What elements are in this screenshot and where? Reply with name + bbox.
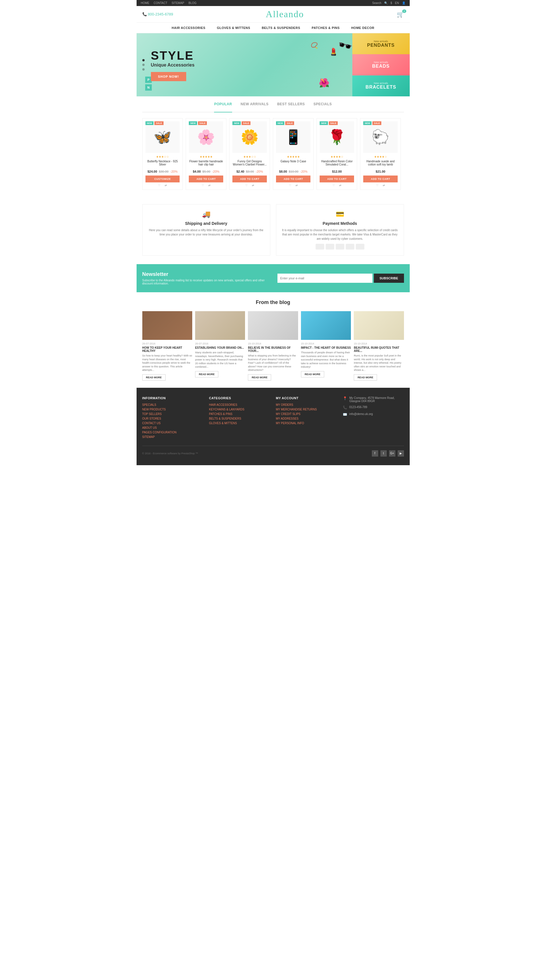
- top-nav-home[interactable]: HOME: [141, 2, 150, 5]
- footer-account-link-2[interactable]: MY CREDIT SLIPS: [276, 412, 337, 415]
- site-logo[interactable]: Alleando: [266, 9, 304, 19]
- footer-account-link-3[interactable]: MY ADDRESSES: [276, 417, 337, 420]
- tab-best-sellers[interactable]: BEST SELLERS: [277, 102, 305, 109]
- footer-info-link-2[interactable]: TOP SELLERS: [142, 412, 204, 415]
- main-navigation: HAIR ACCESSORIES GLOVES & MITTENS BELTS …: [137, 23, 410, 33]
- product-card-1: NEWSALE 🌸 ★★★★★ Flower barrette handmade…: [186, 118, 226, 190]
- wishlist-icon-3[interactable]: ♡: [289, 184, 291, 187]
- hero-panel-bracelets[interactable]: New arrivals BRACELETS: [352, 75, 410, 96]
- footer-info-link-4[interactable]: CONTACT US: [142, 422, 204, 425]
- product-button-4[interactable]: ADD TO CART: [320, 175, 354, 182]
- tab-popular[interactable]: POPULAR: [214, 102, 232, 113]
- product-stars-1: ★★★★★: [189, 155, 223, 158]
- nav-patches-pins[interactable]: PATCHES & PINS: [312, 26, 340, 30]
- currency-selector[interactable]: $: [390, 2, 392, 5]
- shop-now-button[interactable]: SHOP NOW!: [151, 72, 186, 81]
- read-more-button-1[interactable]: READ MORE: [195, 371, 218, 377]
- product-card-2: NEWSALE 🌼 ★★★☆☆ Funny Girl Designs Women…: [229, 118, 270, 190]
- wishlist-icon-5[interactable]: ♡: [376, 184, 379, 187]
- product-price-3: $8.00 $10.00 -20%: [276, 170, 310, 173]
- product-button-5[interactable]: ADD TO CART: [363, 175, 398, 182]
- social-facebook[interactable]: f: [372, 450, 378, 457]
- tab-specials[interactable]: SPECIALS: [314, 102, 332, 109]
- blog-text-0: So how to keep your heart healthy? With …: [142, 354, 192, 372]
- wishlist-icon-0[interactable]: ♡: [158, 184, 161, 187]
- wishlist-icon-4[interactable]: ♡: [333, 184, 335, 187]
- product-price-0: $24.00 $30.00 -20%: [145, 170, 180, 173]
- user-icon[interactable]: 👤: [402, 2, 406, 5]
- product-name-0: Butterfly Necklace - 925 Silver: [145, 160, 180, 169]
- social-google-plus[interactable]: G+: [389, 450, 395, 457]
- top-nav-sitemap[interactable]: SITEMAP: [172, 2, 184, 5]
- phone-icon: 📞: [142, 12, 147, 16]
- product-card-4: NEWSALE 🌹 ★★★★☆ Handcrafted Resin Color …: [317, 118, 357, 190]
- badge-new-4: NEW: [320, 121, 328, 125]
- nav-home-decor[interactable]: HOME DECOR: [351, 26, 374, 30]
- footer-cat-link-3[interactable]: BELTS & SUSPENDERS: [209, 417, 270, 420]
- compare-icon-1[interactable]: ⇄: [208, 184, 210, 187]
- product-button-2[interactable]: ADD TO CART: [232, 175, 267, 182]
- footer-info-link-5[interactable]: ABOUT US: [142, 426, 204, 430]
- search-icon[interactable]: 🔍: [384, 2, 388, 5]
- product-button-1[interactable]: ADD TO CART: [189, 175, 223, 182]
- top-nav-contact[interactable]: CONTACT: [154, 2, 167, 5]
- blog-text-2: What is stopping you from believing in t…: [248, 354, 298, 372]
- cart-button[interactable]: 🛒0: [397, 11, 404, 18]
- read-more-button-0[interactable]: READ MORE: [142, 374, 166, 380]
- footer: INFORMATION SPECIALSNEW PRODUCTSTOP SELL…: [137, 388, 410, 465]
- compare-icon-0[interactable]: ⇄: [165, 184, 167, 187]
- social-twitter[interactable]: t: [380, 450, 387, 457]
- product-button-0[interactable]: CUSTOMIZE: [145, 175, 180, 182]
- badge-new-1: NEW: [189, 121, 197, 125]
- footer-info-links: SPECIALSNEW PRODUCTSTOP SELLERSOUR STORE…: [142, 403, 204, 439]
- top-nav-blog[interactable]: BLOG: [188, 2, 197, 5]
- blog-post-4: 15-10-2014 BEAUTIFUL RUMI QUOTES THAT AR…: [354, 311, 404, 380]
- footer-account-link-4[interactable]: MY PERSONAL INFO: [276, 422, 337, 425]
- price-old-2: $3.00: [246, 170, 254, 173]
- panel-title-bracelets: BRACELETS: [366, 84, 396, 90]
- product-badges-3: NEWSALE: [276, 121, 294, 125]
- footer-cat-link-4[interactable]: GLOVES & MITTENS: [209, 422, 270, 425]
- read-more-button-2[interactable]: READ MORE: [248, 374, 271, 380]
- product-button-3[interactable]: ADD TO CART: [276, 175, 310, 182]
- blog-date-2: 15-10-2014: [248, 342, 298, 345]
- footer-info-link-1[interactable]: NEW PRODUCTS: [142, 408, 204, 411]
- tab-new-arrivals[interactable]: NEW ARRIVALS: [241, 102, 269, 109]
- social-youtube[interactable]: ▶: [398, 450, 404, 457]
- nav-gloves-mittens[interactable]: GLOVES & MITTENS: [217, 26, 250, 30]
- nav-hair-accessories[interactable]: HAIR ACCESSORIES: [172, 26, 205, 30]
- product-image-1: 🌸: [189, 121, 223, 153]
- footer-info-link-7[interactable]: SITEMAP: [142, 435, 204, 439]
- compare-icon-5[interactable]: ⇄: [383, 184, 385, 187]
- hero-panel-pendants[interactable]: New arrivals PENDANTS: [352, 33, 410, 54]
- newsletter-email-input[interactable]: [277, 274, 372, 283]
- shipping-box: 🚚 Shipping and Delivery Here you can rea…: [142, 204, 270, 256]
- payment-text: It is equally important to choose the so…: [282, 228, 398, 241]
- footer-account-link-0[interactable]: MY ORDERS: [276, 403, 337, 406]
- compare-icon-3[interactable]: ⇄: [296, 184, 298, 187]
- wishlist-icon-1[interactable]: ♡: [202, 184, 204, 187]
- footer-categories: CATEGORIES HAIR ACCESSORIESKEYCHAINS & L…: [209, 396, 270, 440]
- compare-icon-2[interactable]: ⇄: [252, 184, 254, 187]
- blog-posts: 26-07-2016 HOW TO KEEP YOUR HEART HEALTH…: [142, 311, 404, 380]
- footer-info-link-0[interactable]: SPECIALS: [142, 403, 204, 406]
- newsletter-subscribe-button[interactable]: SUBSCRIBE: [374, 274, 404, 283]
- read-more-button-4[interactable]: READ MORE: [354, 374, 377, 380]
- price-current-0: $24.00: [148, 170, 157, 173]
- wishlist-icon-2[interactable]: ♡: [245, 184, 248, 187]
- footer-info-link-3[interactable]: OUR STORES: [142, 417, 204, 420]
- hero-panel-beads[interactable]: New arrivals BEADS: [352, 54, 410, 75]
- footer-account-link-1[interactable]: MY MERCHANDISE RETURNS: [276, 408, 337, 411]
- card-amex: [336, 244, 344, 250]
- language-selector[interactable]: EN: [395, 2, 399, 5]
- nav-belts-suspenders[interactable]: BELTS & SUSPENDERS: [262, 26, 300, 30]
- product-image-2: 🌼: [232, 121, 267, 153]
- footer-info-link-6[interactable]: PAGES CONFIGURATION: [142, 431, 204, 434]
- footer-cat-link-1[interactable]: KEYCHAINS & LANYARDS: [209, 408, 270, 411]
- footer-cat-link-0[interactable]: HAIR ACCESSORIES: [209, 403, 270, 406]
- price-old-1: $5.00: [202, 170, 210, 173]
- compare-icon-4[interactable]: ⇄: [339, 184, 341, 187]
- product-stars-0: ★★★☆☆: [145, 155, 180, 158]
- read-more-button-3[interactable]: READ MORE: [301, 371, 324, 377]
- footer-cat-link-2[interactable]: PATCHES & PINS: [209, 412, 270, 415]
